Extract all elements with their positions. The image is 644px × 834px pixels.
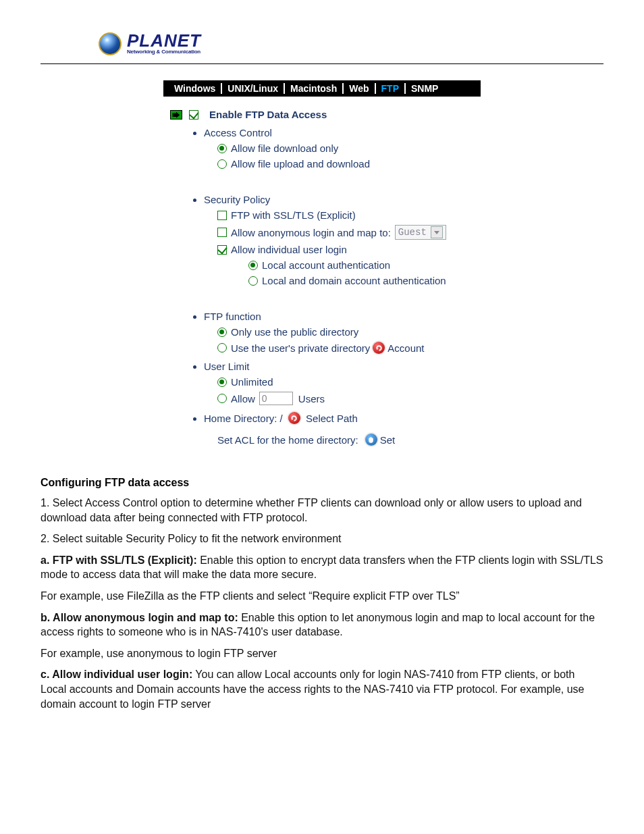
tab-web[interactable]: Web bbox=[344, 83, 374, 94]
radio-local-domain-auth[interactable] bbox=[248, 276, 258, 286]
label-individual-login: Allow individual user login bbox=[231, 244, 347, 255]
documentation-text: Configuring FTP data access 1. Select Ac… bbox=[41, 477, 603, 711]
svg-marker-2 bbox=[376, 348, 378, 350]
access-control-section: Access Control Allow file download only … bbox=[204, 127, 474, 170]
set-acl-label[interactable]: Set bbox=[380, 434, 396, 446]
radio-private-dir[interactable] bbox=[217, 343, 227, 353]
checkbox-ssl[interactable] bbox=[217, 211, 227, 220]
user-limit-section: User Limit Unlimited Allow Users bbox=[204, 361, 474, 405]
enable-ftp-row: Enable FTP Data Access bbox=[170, 109, 474, 120]
logo-text-group: PLANET Networking & Communication bbox=[127, 33, 201, 55]
logo-block: PLANET Networking & Communication bbox=[99, 32, 603, 55]
tab-mac[interactable]: Macintosh bbox=[285, 83, 342, 94]
doc-item-a-example: For example, use FileZilla as the FTP cl… bbox=[41, 589, 603, 604]
anonymous-map-select[interactable]: Guest bbox=[395, 225, 446, 240]
doc-item-a: a. FTP with SSL/TLS (Explicit): Enable t… bbox=[41, 553, 603, 582]
enable-ftp-label: Enable FTP Data Access bbox=[209, 109, 327, 120]
chevron-down-icon bbox=[431, 226, 443, 238]
protocol-tab-bar: Windows UNIX/Linux Macintosh Web FTP SNM… bbox=[163, 80, 481, 97]
doc-item-c: c. Allow individual user login: You can … bbox=[41, 667, 603, 711]
ftp-function-title: FTP function bbox=[204, 311, 261, 322]
ftp-function-section: FTP function Only use the public directo… bbox=[204, 311, 474, 354]
label-download-only: Allow file download only bbox=[231, 142, 338, 154]
security-policy-title: Security Policy bbox=[204, 194, 270, 205]
label-private-dir: Use the user's private directory bbox=[231, 342, 370, 354]
label-local-auth: Local account authentication bbox=[262, 259, 390, 271]
user-count-input[interactable] bbox=[259, 392, 293, 405]
access-control-title: Access Control bbox=[204, 127, 272, 138]
set-acl-icon[interactable] bbox=[365, 434, 377, 446]
label-upload-download: Allow file upload and download bbox=[231, 158, 370, 170]
doc-item-b-bold: b. Allow anonymous login and map to: bbox=[41, 612, 238, 623]
label-unlimited: Unlimited bbox=[231, 376, 273, 388]
radio-local-auth[interactable] bbox=[248, 261, 258, 270]
doc-item-a-bold: a. FTP with SSL/TLS (Explicit): bbox=[41, 554, 197, 566]
globe-icon bbox=[99, 32, 122, 55]
home-directory-label: Home Directory: / bbox=[204, 413, 283, 424]
doc-item-b: b. Allow anonymous login and map to: Ena… bbox=[41, 610, 603, 640]
checkbox-individual-login[interactable] bbox=[217, 245, 227, 255]
arrow-right-icon bbox=[170, 110, 182, 120]
security-policy-section: Security Policy FTP with SSL/TLS (Explic… bbox=[204, 194, 474, 286]
radio-public-dir[interactable] bbox=[217, 328, 227, 337]
svg-marker-1 bbox=[434, 231, 439, 234]
header-divider bbox=[41, 63, 603, 64]
label-allow-suffix: Users bbox=[298, 393, 325, 405]
select-path-label[interactable]: Select Path bbox=[306, 413, 358, 424]
label-ssl: FTP with SSL/TLS (Explicit) bbox=[231, 209, 356, 221]
label-local-domain-auth: Local and domain account authentication bbox=[262, 275, 446, 286]
label-allow-prefix: Allow bbox=[231, 393, 255, 405]
doc-item-b-example: For example, use anonymous to login FTP … bbox=[41, 646, 603, 661]
ftp-settings-panel: Windows UNIX/Linux Macintosh Web FTP SNM… bbox=[163, 80, 481, 462]
settings-list: Access Control Allow file download only … bbox=[170, 127, 474, 446]
doc-step-2: 2. Select suitable Security Policy to fi… bbox=[41, 531, 603, 546]
user-limit-title: User Limit bbox=[204, 361, 250, 372]
account-link-label[interactable]: Account bbox=[387, 342, 424, 354]
radio-upload-download[interactable] bbox=[217, 159, 227, 169]
logo-name: PLANET bbox=[127, 33, 201, 49]
doc-step-1: 1. Select Access Control option to deter… bbox=[41, 496, 603, 525]
tab-ftp[interactable]: FTP bbox=[376, 83, 404, 94]
svg-marker-3 bbox=[291, 418, 293, 420]
select-path-icon[interactable] bbox=[288, 412, 300, 424]
svg-marker-0 bbox=[173, 111, 180, 118]
tab-windows[interactable]: Windows bbox=[169, 83, 221, 94]
radio-download-only[interactable] bbox=[217, 144, 227, 153]
enable-ftp-checkbox[interactable] bbox=[189, 110, 198, 120]
tab-unix[interactable]: UNIX/Linux bbox=[222, 83, 284, 94]
label-public-dir: Only use the public directory bbox=[231, 326, 358, 338]
doc-item-c-bold: c. Allow individual user login: bbox=[41, 669, 192, 680]
account-link-icon[interactable] bbox=[373, 342, 385, 354]
tab-snmp[interactable]: SNMP bbox=[406, 83, 444, 94]
radio-unlimited[interactable] bbox=[217, 377, 227, 387]
page-container: PLANET Networking & Communication Window… bbox=[0, 0, 644, 834]
doc-heading: Configuring FTP data access bbox=[41, 477, 603, 489]
checkbox-anonymous[interactable] bbox=[217, 228, 227, 237]
acl-label: Set ACL for the home directory: bbox=[217, 434, 358, 446]
label-anonymous: Allow anonymous login and map to: bbox=[231, 227, 391, 238]
radio-allow-users[interactable] bbox=[217, 394, 227, 403]
home-directory-section: Home Directory: / Select Path Set ACL fo… bbox=[204, 412, 474, 446]
logo-tagline: Networking & Communication bbox=[127, 49, 201, 55]
panel-body: Enable FTP Data Access Access Control Al… bbox=[163, 97, 481, 462]
anonymous-map-value: Guest bbox=[398, 227, 427, 238]
